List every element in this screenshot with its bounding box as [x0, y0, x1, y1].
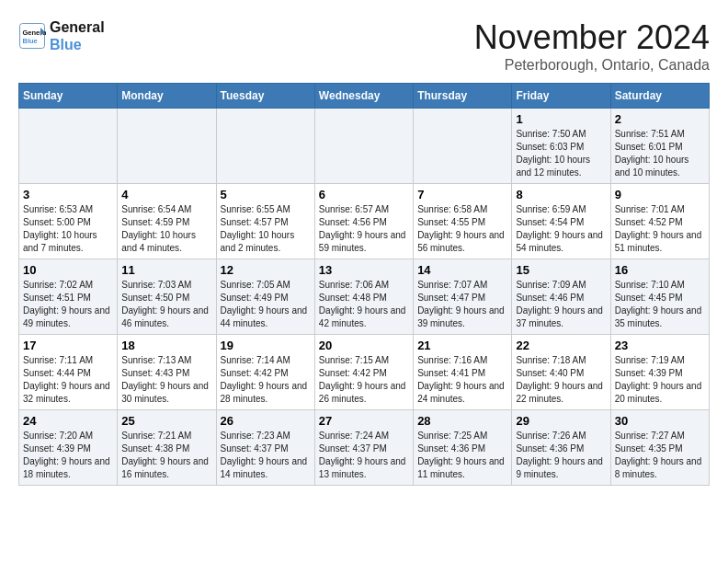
day-info: Sunrise: 7:15 AM Sunset: 4:42 PM Dayligh…	[319, 354, 409, 406]
calendar-cell: 20Sunrise: 7:15 AM Sunset: 4:42 PM Dayli…	[314, 335, 413, 410]
day-info: Sunrise: 7:09 AM Sunset: 4:46 PM Dayligh…	[516, 279, 606, 330]
day-number: 6	[319, 188, 409, 201]
day-info: Sunrise: 7:27 AM Sunset: 4:35 PM Dayligh…	[615, 430, 705, 481]
day-number: 23	[615, 339, 705, 352]
day-info: Sunrise: 6:59 AM Sunset: 4:54 PM Dayligh…	[516, 203, 606, 255]
day-info: Sunrise: 7:20 AM Sunset: 4:39 PM Dayligh…	[23, 430, 113, 481]
calendar-cell: 15Sunrise: 7:09 AM Sunset: 4:46 PM Dayli…	[512, 259, 610, 335]
calendar-cell	[19, 109, 118, 184]
calendar-cell: 9Sunrise: 7:01 AM Sunset: 4:52 PM Daylig…	[610, 184, 709, 259]
day-number: 20	[319, 339, 409, 352]
calendar-cell: 4Sunrise: 6:54 AM Sunset: 4:59 PM Daylig…	[118, 184, 216, 259]
calendar-cell: 1Sunrise: 7:50 AM Sunset: 6:03 PM Daylig…	[512, 109, 610, 184]
day-number: 4	[121, 188, 211, 201]
calendar-cell	[216, 109, 314, 184]
day-number: 19	[221, 339, 311, 352]
day-number: 24	[23, 414, 113, 428]
calendar-week-4: 17Sunrise: 7:11 AM Sunset: 4:44 PM Dayli…	[19, 335, 710, 410]
page-header: General Blue General Blue November 2024 …	[18, 18, 710, 74]
day-number: 2	[615, 112, 705, 126]
svg-text:Blue: Blue	[23, 37, 38, 45]
calendar-cell: 5Sunrise: 6:55 AM Sunset: 4:57 PM Daylig…	[216, 184, 314, 259]
logo-icon: General Blue	[18, 22, 46, 50]
header-wednesday: Wednesday	[314, 84, 413, 109]
calendar-week-3: 10Sunrise: 7:02 AM Sunset: 4:51 PM Dayli…	[19, 259, 710, 335]
day-number: 5	[221, 188, 311, 201]
day-info: Sunrise: 7:01 AM Sunset: 4:52 PM Dayligh…	[615, 203, 705, 255]
calendar-week-5: 24Sunrise: 7:20 AM Sunset: 4:39 PM Dayli…	[19, 410, 710, 486]
calendar-table: SundayMondayTuesdayWednesdayThursdayFrid…	[18, 83, 710, 486]
day-info: Sunrise: 7:50 AM Sunset: 6:03 PM Dayligh…	[516, 128, 606, 179]
header-tuesday: Tuesday	[216, 84, 314, 109]
day-number: 11	[121, 263, 211, 277]
day-number: 22	[516, 339, 606, 352]
day-info: Sunrise: 7:14 AM Sunset: 4:42 PM Dayligh…	[221, 354, 311, 406]
header-sunday: Sunday	[19, 84, 118, 109]
day-info: Sunrise: 7:19 AM Sunset: 4:39 PM Dayligh…	[615, 354, 705, 406]
day-info: Sunrise: 6:58 AM Sunset: 4:55 PM Dayligh…	[417, 203, 507, 255]
day-info: Sunrise: 6:54 AM Sunset: 4:59 PM Dayligh…	[121, 203, 211, 255]
calendar-cell: 12Sunrise: 7:05 AM Sunset: 4:49 PM Dayli…	[216, 259, 314, 335]
day-info: Sunrise: 7:18 AM Sunset: 4:40 PM Dayligh…	[516, 354, 606, 406]
calendar-cell: 3Sunrise: 6:53 AM Sunset: 5:00 PM Daylig…	[19, 184, 118, 259]
day-number: 16	[615, 263, 705, 277]
calendar-cell: 27Sunrise: 7:24 AM Sunset: 4:37 PM Dayli…	[314, 410, 413, 486]
day-number: 13	[319, 263, 409, 277]
day-number: 26	[221, 414, 311, 428]
location: Peterborough, Ontario, Canada	[474, 57, 710, 74]
day-info: Sunrise: 6:55 AM Sunset: 4:57 PM Dayligh…	[221, 203, 311, 255]
calendar-cell: 6Sunrise: 6:57 AM Sunset: 4:56 PM Daylig…	[314, 184, 413, 259]
logo: General Blue General Blue	[18, 18, 105, 53]
header-friday: Friday	[512, 84, 610, 109]
logo-blue: Blue	[50, 36, 105, 53]
day-number: 7	[417, 188, 507, 201]
calendar-cell: 25Sunrise: 7:21 AM Sunset: 4:38 PM Dayli…	[118, 410, 216, 486]
day-info: Sunrise: 7:10 AM Sunset: 4:45 PM Dayligh…	[615, 279, 705, 330]
calendar-cell: 22Sunrise: 7:18 AM Sunset: 4:40 PM Dayli…	[512, 335, 610, 410]
calendar-cell: 17Sunrise: 7:11 AM Sunset: 4:44 PM Dayli…	[19, 335, 118, 410]
calendar-cell: 7Sunrise: 6:58 AM Sunset: 4:55 PM Daylig…	[414, 184, 512, 259]
header-thursday: Thursday	[414, 84, 512, 109]
calendar-cell: 21Sunrise: 7:16 AM Sunset: 4:41 PM Dayli…	[414, 335, 512, 410]
day-number: 17	[23, 339, 113, 352]
day-number: 8	[516, 188, 606, 201]
day-info: Sunrise: 7:25 AM Sunset: 4:36 PM Dayligh…	[417, 430, 507, 481]
calendar-cell: 24Sunrise: 7:20 AM Sunset: 4:39 PM Dayli…	[19, 410, 118, 486]
calendar-cell: 29Sunrise: 7:26 AM Sunset: 4:36 PM Dayli…	[512, 410, 610, 486]
logo-general: General	[50, 18, 105, 36]
day-number: 30	[615, 414, 705, 428]
calendar-cell: 16Sunrise: 7:10 AM Sunset: 4:45 PM Dayli…	[610, 259, 709, 335]
day-number: 15	[516, 263, 606, 277]
day-info: Sunrise: 7:05 AM Sunset: 4:49 PM Dayligh…	[221, 279, 311, 330]
calendar-header-row: SundayMondayTuesdayWednesdayThursdayFrid…	[19, 84, 710, 109]
day-info: Sunrise: 7:16 AM Sunset: 4:41 PM Dayligh…	[417, 354, 507, 406]
day-info: Sunrise: 7:07 AM Sunset: 4:47 PM Dayligh…	[417, 279, 507, 330]
day-number: 1	[516, 112, 606, 126]
day-info: Sunrise: 6:53 AM Sunset: 5:00 PM Dayligh…	[23, 203, 113, 255]
day-info: Sunrise: 7:02 AM Sunset: 4:51 PM Dayligh…	[23, 279, 113, 330]
day-info: Sunrise: 7:23 AM Sunset: 4:37 PM Dayligh…	[221, 430, 311, 481]
calendar-cell: 23Sunrise: 7:19 AM Sunset: 4:39 PM Dayli…	[610, 335, 709, 410]
calendar-cell: 14Sunrise: 7:07 AM Sunset: 4:47 PM Dayli…	[414, 259, 512, 335]
day-number: 28	[417, 414, 507, 428]
month-title: November 2024	[474, 18, 710, 57]
day-info: Sunrise: 7:51 AM Sunset: 6:01 PM Dayligh…	[615, 128, 705, 179]
day-info: Sunrise: 7:24 AM Sunset: 4:37 PM Dayligh…	[319, 430, 409, 481]
calendar-week-1: 1Sunrise: 7:50 AM Sunset: 6:03 PM Daylig…	[19, 109, 710, 184]
calendar-cell: 28Sunrise: 7:25 AM Sunset: 4:36 PM Dayli…	[414, 410, 512, 486]
calendar-cell: 8Sunrise: 6:59 AM Sunset: 4:54 PM Daylig…	[512, 184, 610, 259]
calendar-week-2: 3Sunrise: 6:53 AM Sunset: 5:00 PM Daylig…	[19, 184, 710, 259]
calendar-cell: 11Sunrise: 7:03 AM Sunset: 4:50 PM Dayli…	[118, 259, 216, 335]
day-info: Sunrise: 7:11 AM Sunset: 4:44 PM Dayligh…	[23, 354, 113, 406]
calendar-cell: 13Sunrise: 7:06 AM Sunset: 4:48 PM Dayli…	[314, 259, 413, 335]
day-number: 29	[516, 414, 606, 428]
day-number: 10	[23, 263, 113, 277]
day-number: 18	[121, 339, 211, 352]
day-info: Sunrise: 7:03 AM Sunset: 4:50 PM Dayligh…	[121, 279, 211, 330]
calendar-cell: 30Sunrise: 7:27 AM Sunset: 4:35 PM Dayli…	[610, 410, 709, 486]
title-block: November 2024 Peterborough, Ontario, Can…	[474, 18, 710, 74]
calendar-cell: 19Sunrise: 7:14 AM Sunset: 4:42 PM Dayli…	[216, 335, 314, 410]
day-number: 25	[121, 414, 211, 428]
day-number: 9	[615, 188, 705, 201]
day-info: Sunrise: 6:57 AM Sunset: 4:56 PM Dayligh…	[319, 203, 409, 255]
